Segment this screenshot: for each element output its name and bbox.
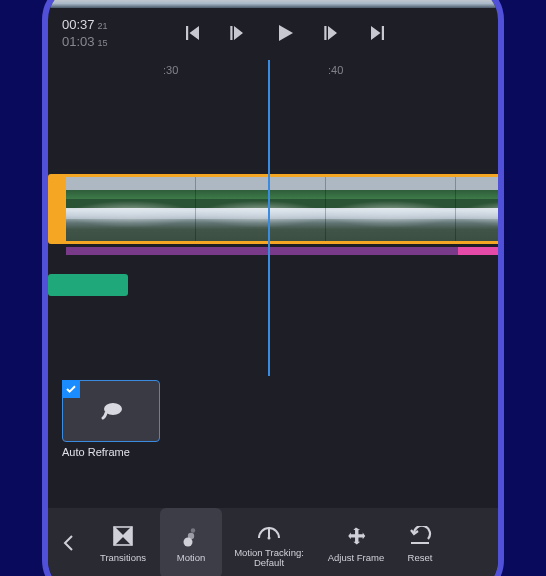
move-icon bbox=[344, 523, 368, 549]
prev-clip-button[interactable] bbox=[183, 24, 201, 42]
clip-thumbnail bbox=[66, 177, 196, 241]
motion-button[interactable]: Motion bbox=[160, 508, 222, 576]
skip-next-icon bbox=[369, 24, 387, 42]
back-button[interactable] bbox=[52, 508, 86, 576]
reset-label: Reset bbox=[408, 553, 433, 563]
current-time: 00:37 bbox=[62, 17, 95, 32]
step-back-button[interactable] bbox=[229, 24, 247, 42]
transitions-icon bbox=[112, 523, 134, 549]
app-frame: 00:37 21 01:03 15 bbox=[42, 0, 504, 576]
current-frames: 21 bbox=[98, 21, 108, 31]
playhead[interactable] bbox=[268, 60, 270, 376]
step-back-icon bbox=[229, 24, 247, 42]
motion-label: Motion bbox=[177, 553, 206, 563]
timecode-display: 00:37 21 01:03 15 bbox=[62, 17, 126, 49]
svg-point-3 bbox=[188, 533, 194, 539]
duration-frames: 15 bbox=[98, 38, 108, 48]
reset-button[interactable]: Reset bbox=[396, 508, 444, 576]
undo-icon bbox=[408, 523, 432, 549]
video-track[interactable] bbox=[48, 174, 498, 246]
audio-clip[interactable] bbox=[48, 274, 128, 296]
auto-reframe-label: Auto Reframe bbox=[62, 446, 130, 458]
motion-tracking-label-1: Motion Tracking: bbox=[234, 547, 304, 558]
clip-handle-left[interactable] bbox=[48, 174, 66, 244]
bottom-toolbar: Transitions Motion Motion Tracking: Defa… bbox=[48, 508, 498, 576]
auto-reframe-checkbox[interactable] bbox=[62, 380, 80, 398]
ruler-mark: :30 bbox=[163, 64, 178, 76]
motion-options: Auto Reframe bbox=[62, 380, 484, 466]
duration-time: 01:03 bbox=[62, 34, 95, 49]
video-preview[interactable] bbox=[48, 0, 498, 8]
effects-track[interactable] bbox=[66, 247, 498, 255]
svg-point-4 bbox=[191, 528, 195, 532]
transport-controls bbox=[126, 23, 484, 43]
play-button[interactable] bbox=[275, 23, 295, 43]
timeline-ruler[interactable]: :30 :40 bbox=[48, 60, 498, 82]
step-forward-button[interactable] bbox=[323, 24, 341, 42]
skip-prev-icon bbox=[183, 24, 201, 42]
motion-icon bbox=[180, 523, 202, 549]
ruler-mark: :40 bbox=[328, 64, 343, 76]
chevron-left-icon bbox=[62, 534, 76, 552]
gauge-icon bbox=[256, 518, 282, 544]
svg-point-6 bbox=[268, 536, 271, 539]
transitions-button[interactable]: Transitions bbox=[86, 508, 160, 576]
auto-reframe-icon bbox=[97, 397, 127, 427]
timeline[interactable] bbox=[48, 82, 498, 342]
next-clip-button[interactable] bbox=[369, 24, 387, 42]
clip-thumbnail bbox=[326, 177, 456, 241]
adjust-frame-button[interactable]: Adjust Frame bbox=[316, 508, 396, 576]
transitions-label: Transitions bbox=[100, 553, 146, 563]
clip-thumbnail bbox=[456, 177, 498, 241]
check-icon bbox=[65, 383, 77, 395]
auto-reframe-tile[interactable] bbox=[62, 380, 160, 442]
video-clip[interactable] bbox=[66, 174, 498, 244]
adjust-frame-label: Adjust Frame bbox=[328, 553, 385, 563]
play-icon bbox=[275, 23, 295, 43]
motion-tracking-button[interactable]: Motion Tracking: Default bbox=[222, 508, 316, 576]
transport-bar: 00:37 21 01:03 15 bbox=[48, 8, 498, 58]
clip-thumbnail bbox=[196, 177, 326, 241]
motion-tracking-label-2: Default bbox=[254, 557, 284, 568]
step-forward-icon bbox=[323, 24, 341, 42]
